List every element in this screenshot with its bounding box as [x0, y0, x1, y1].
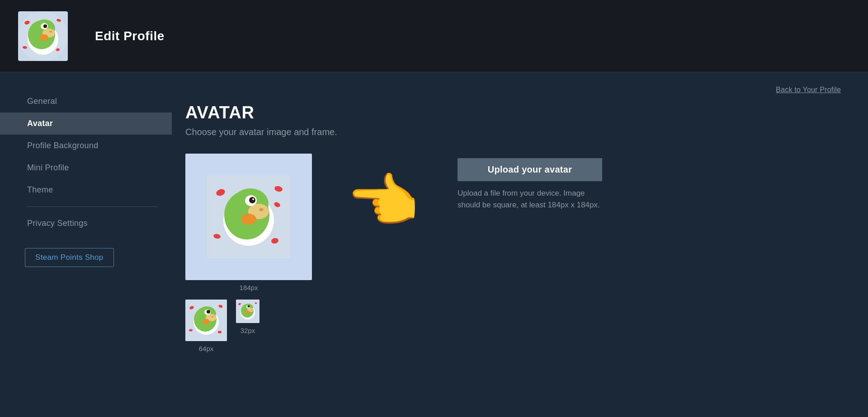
page-content: Back to Your Profile AVATAR Choose your …	[172, 86, 868, 352]
avatar-section-title: AVATAR	[185, 103, 841, 122]
avatar-display-area: 184px	[185, 154, 841, 352]
avatar-section-subtitle: Choose your avatar image and frame.	[185, 127, 841, 137]
avatar-preview-32-col: 32px	[236, 300, 259, 334]
sidebar-item-profile-background[interactable]: Profile Background	[0, 135, 172, 157]
svg-point-6	[43, 24, 47, 28]
sidebar: General Avatar Profile Background Mini P…	[0, 86, 172, 352]
steam-points-shop-button[interactable]: Steam Points Shop	[25, 248, 114, 267]
svg-point-21	[259, 208, 264, 211]
svg-point-48	[251, 309, 252, 310]
svg-point-22	[241, 214, 256, 225]
page-title: Edit Profile	[95, 29, 165, 43]
sidebar-item-mini-profile[interactable]: Mini Profile	[0, 157, 172, 179]
sidebar-item-general[interactable]: General	[0, 90, 172, 112]
sidebar-bottom: Steam Points Shop	[0, 248, 172, 267]
svg-point-34	[207, 310, 210, 314]
avatar-preview-64	[185, 300, 227, 341]
svg-point-19	[249, 197, 255, 203]
main-content: General Avatar Profile Background Mini P…	[0, 72, 868, 352]
avatar-label-184: 184px	[185, 284, 312, 291]
sidebar-item-avatar[interactable]: Avatar	[0, 112, 172, 135]
svg-point-36	[203, 319, 210, 324]
back-link-row: Back to Your Profile	[185, 86, 841, 94]
svg-point-39	[189, 329, 193, 332]
header-avatar	[18, 11, 68, 61]
svg-point-35	[212, 316, 214, 318]
upload-section: Upload your avatar Upload a file from yo…	[458, 154, 602, 211]
svg-point-8	[39, 34, 48, 41]
avatar-small-row: 64px	[185, 300, 312, 352]
avatar-previews: 184px	[185, 154, 312, 352]
svg-point-40	[218, 331, 222, 333]
svg-point-20	[252, 198, 254, 200]
sidebar-item-privacy-settings[interactable]: Privacy Settings	[0, 212, 172, 234]
avatar-preview-32	[236, 300, 259, 323]
sidebar-item-theme[interactable]: Theme	[0, 179, 172, 201]
sidebar-divider	[27, 206, 158, 207]
back-to-profile-link[interactable]: Back to Your Profile	[776, 86, 841, 94]
pointing-hand-emoji: 👉	[348, 167, 421, 236]
top-header: Edit Profile	[0, 0, 868, 72]
svg-point-49	[245, 311, 250, 314]
upload-avatar-button[interactable]: Upload your avatar	[458, 158, 602, 181]
svg-point-47	[248, 305, 250, 308]
avatar-preview-64-col: 64px	[185, 300, 227, 352]
pointing-hand: 👉	[339, 154, 430, 236]
avatar-preview-184	[185, 154, 312, 280]
svg-point-7	[49, 31, 52, 33]
avatar-label-32: 32px	[241, 327, 255, 334]
upload-description: Upload a file from your device. Image sh…	[458, 187, 602, 211]
svg-point-51	[255, 302, 257, 304]
avatar-label-64: 64px	[199, 345, 214, 352]
